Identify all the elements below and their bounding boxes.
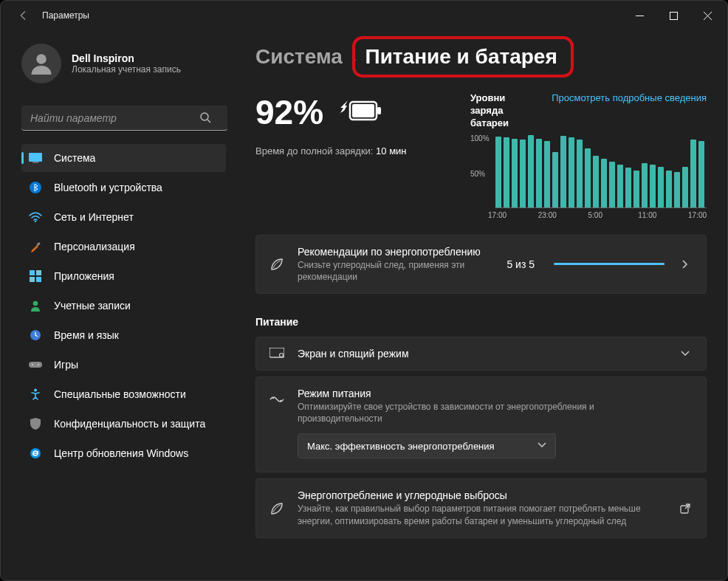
sidebar-item-system[interactable]: Система bbox=[21, 144, 226, 172]
leaf-icon bbox=[268, 501, 286, 517]
breadcrumb-parent[interactable]: Система bbox=[255, 45, 343, 69]
sidebar-item-label: Сеть и Интернет bbox=[54, 211, 134, 223]
sidebar-item-accessibility[interactable]: Специальные возможности bbox=[21, 380, 226, 408]
power-mode-dropdown[interactable]: Макс. эффективность энергопотребления bbox=[298, 433, 556, 458]
recommendations-progress-text: 5 из 5 bbox=[506, 258, 535, 270]
card-description: Узнайте, как правильный выбор параметров… bbox=[298, 503, 645, 526]
user-account-type: Локальная учетная запись bbox=[72, 64, 181, 75]
sidebar-item-gaming[interactable]: Игры bbox=[21, 351, 226, 379]
sidebar-item-label: Приложения bbox=[54, 270, 114, 282]
external-link-icon bbox=[676, 503, 694, 515]
search-box bbox=[21, 106, 226, 131]
profile[interactable]: Dell Inspiron Локальная учетная запись bbox=[21, 44, 226, 83]
chart-bar bbox=[544, 141, 550, 207]
chart-bar bbox=[682, 167, 688, 207]
battery-chart: Уровни заряда батареи Просмотреть подроб… bbox=[470, 92, 707, 216]
svg-rect-18 bbox=[29, 362, 42, 368]
search-icon bbox=[199, 111, 211, 126]
svg-point-19 bbox=[32, 364, 33, 365]
svg-point-20 bbox=[38, 364, 39, 365]
back-button[interactable] bbox=[14, 7, 32, 24]
chart-bar bbox=[642, 163, 648, 207]
svg-rect-25 bbox=[352, 104, 374, 117]
chart-bar bbox=[528, 135, 534, 207]
chart-bar bbox=[601, 159, 607, 207]
chart-bar bbox=[666, 171, 672, 207]
sidebar-item-network[interactable]: Сеть и Интернет bbox=[21, 203, 226, 231]
sidebar-item-accounts[interactable]: Учетные записи bbox=[21, 292, 226, 320]
dropdown-label: Макс. эффективность энергопотребления bbox=[307, 441, 495, 452]
sidebar-item-privacy[interactable]: Конфиденциальность и защита bbox=[21, 410, 226, 438]
svg-point-5 bbox=[201, 113, 208, 120]
chart-bar bbox=[560, 136, 566, 207]
sidebar: Dell Inspiron Локальная учетная запись С… bbox=[1, 30, 233, 580]
chevron-down-icon bbox=[676, 349, 694, 358]
settings-window: Параметры Dell Inspiron Локальная учетна… bbox=[0, 0, 728, 581]
svg-point-29 bbox=[280, 400, 281, 402]
gamepad-icon bbox=[29, 358, 42, 371]
clock-icon bbox=[29, 329, 42, 342]
titlebar: Параметры bbox=[1, 1, 727, 30]
recommendations-card[interactable]: Рекомендации по энергопотреблению Снизьт… bbox=[255, 235, 707, 294]
card-description: Оптимизируйте свое устройство в зависимо… bbox=[298, 401, 608, 424]
window-body: Dell Inspiron Локальная учетная запись С… bbox=[1, 30, 727, 580]
card-title: Рекомендации по энергопотреблению bbox=[298, 246, 495, 258]
power-mode-icon bbox=[268, 393, 286, 405]
sidebar-item-time[interactable]: Время и язык bbox=[21, 321, 226, 349]
carbon-card[interactable]: Энергопотребление и углеродные выбросы У… bbox=[255, 478, 707, 537]
sidebar-item-apps[interactable]: Приложения bbox=[21, 262, 226, 290]
chart-bar bbox=[536, 139, 542, 207]
chart-bar bbox=[495, 137, 501, 207]
chart-title: Уровни заряда батареи bbox=[470, 92, 522, 130]
card-title: Режим питания bbox=[298, 388, 694, 399]
x-ticks: 17:00 23:00 5:00 11:00 17:00 bbox=[488, 211, 707, 219]
power-mode-card: Режим питания Оптимизируйте свое устройс… bbox=[255, 377, 707, 472]
close-button[interactable] bbox=[690, 1, 724, 30]
sidebar-item-personalization[interactable]: Персонализация bbox=[21, 233, 226, 261]
chart-bar bbox=[504, 137, 509, 207]
shield-icon bbox=[29, 417, 42, 430]
chart-bar bbox=[593, 156, 599, 207]
display-icon bbox=[29, 151, 42, 165]
chart-bar bbox=[617, 165, 623, 207]
brush-icon bbox=[29, 240, 42, 253]
sidebar-item-label: Игры bbox=[54, 359, 78, 371]
sidebar-item-label: Учетные записи bbox=[54, 300, 131, 312]
sidebar-item-bluetooth[interactable]: Bluetooth и устройства bbox=[21, 173, 226, 202]
svg-rect-1 bbox=[670, 12, 677, 19]
y-tick: 50% bbox=[470, 170, 485, 178]
chart-bar bbox=[674, 172, 680, 207]
update-icon bbox=[29, 447, 42, 460]
minimize-button[interactable] bbox=[622, 1, 656, 30]
sidebar-item-label: Конфиденциальность и защита bbox=[54, 418, 205, 430]
svg-point-10 bbox=[35, 221, 36, 222]
svg-line-6 bbox=[207, 120, 210, 123]
screen-sleep-card[interactable]: Экран и спящий режим bbox=[255, 337, 707, 371]
nav: Система Bluetooth и устройства Сеть и Ин… bbox=[21, 144, 226, 467]
battery-percent: 92% bbox=[255, 92, 407, 132]
chart-bar bbox=[633, 171, 639, 207]
maximize-button[interactable] bbox=[656, 1, 690, 30]
sidebar-item-label: Система bbox=[54, 152, 95, 164]
sidebar-item-update[interactable]: Центр обновления Windows bbox=[21, 439, 226, 467]
screen-icon bbox=[268, 348, 286, 360]
svg-point-28 bbox=[272, 397, 274, 399]
card-description: Снизьте углеродный след, применяя эти ре… bbox=[298, 259, 495, 283]
chart-area: 100% 50% 17:00 23:00 5:00 11:00 17:00 bbox=[470, 134, 707, 216]
svg-point-21 bbox=[34, 389, 37, 392]
chart-bar bbox=[650, 165, 656, 207]
svg-rect-7 bbox=[29, 153, 42, 162]
search-input[interactable] bbox=[21, 106, 227, 131]
card-title: Экран и спящий режим bbox=[298, 348, 665, 360]
sidebar-item-label: Центр обновления Windows bbox=[54, 447, 188, 459]
svg-rect-14 bbox=[30, 277, 35, 282]
svg-rect-12 bbox=[30, 270, 35, 275]
sidebar-item-label: Bluetooth и устройства bbox=[54, 182, 162, 193]
sidebar-item-label: Время и язык bbox=[54, 329, 119, 341]
sidebar-item-label: Специальные возможности bbox=[54, 388, 186, 400]
chart-bar bbox=[658, 167, 664, 207]
wifi-icon bbox=[29, 210, 42, 224]
svg-rect-8 bbox=[32, 162, 38, 163]
chart-details-link[interactable]: Просмотреть подробные сведения bbox=[552, 92, 707, 130]
svg-point-16 bbox=[33, 301, 38, 306]
